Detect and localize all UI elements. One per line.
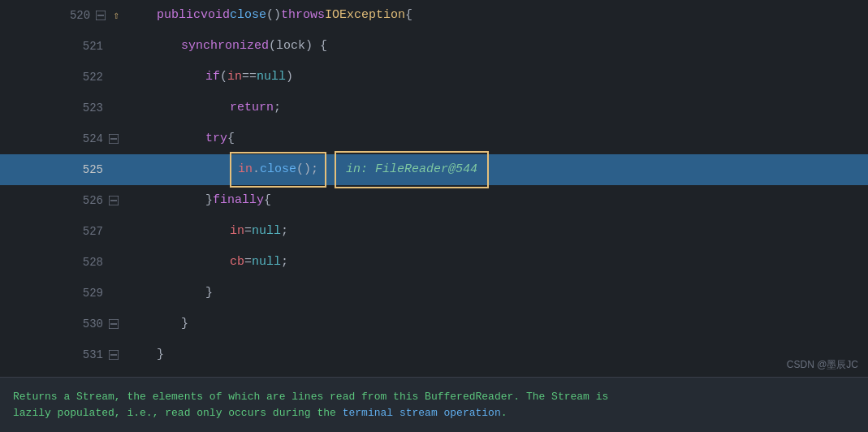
token: cb bbox=[230, 247, 244, 278]
close-call-box: in.close(); bbox=[230, 152, 326, 188]
line-number: 524 bbox=[79, 132, 103, 145]
token: { bbox=[405, 0, 412, 31]
token: null bbox=[257, 62, 286, 93]
token: { bbox=[264, 185, 271, 216]
token: = bbox=[244, 216, 252, 247]
watermark: CSDN @墨辰JC bbox=[787, 358, 858, 372]
fold-marker[interactable] bbox=[108, 164, 119, 175]
fold-marker[interactable] bbox=[108, 133, 119, 145]
token: synchronized bbox=[181, 31, 269, 62]
code-area: 520⇧public void close() throws IOExcepti… bbox=[0, 0, 868, 377]
fold-marker[interactable] bbox=[108, 195, 119, 206]
code-line-521: 521synchronized (lock) { bbox=[0, 31, 868, 62]
code-content: } finally { bbox=[126, 185, 868, 216]
line-number-area-521: 521 bbox=[0, 40, 126, 53]
token: } bbox=[181, 309, 188, 339]
line-number-area-528: 528 bbox=[0, 256, 126, 269]
line-number: 525 bbox=[79, 163, 103, 176]
line-number: 529 bbox=[79, 287, 103, 300]
token: ( bbox=[220, 62, 227, 93]
code-line-520: 520⇧public void close() throws IOExcepti… bbox=[0, 0, 868, 31]
code-content: public void close() throws IOException { bbox=[126, 0, 868, 31]
code-content: } bbox=[126, 339, 868, 370]
code-line-523: 523return; bbox=[0, 93, 868, 123]
token: return bbox=[230, 93, 274, 123]
code-line-527: 527in = null; bbox=[0, 216, 868, 247]
line-number: 530 bbox=[79, 318, 103, 330]
token: (lock) { bbox=[269, 31, 327, 62]
code-line-525: 525in.close();in: FileReader@544 bbox=[0, 154, 868, 185]
line-number: 527 bbox=[79, 225, 103, 238]
code-content: synchronized (lock) { bbox=[126, 31, 868, 62]
fold-marker[interactable] bbox=[108, 318, 119, 330]
line-number: 528 bbox=[79, 256, 103, 269]
token: void bbox=[201, 0, 230, 31]
token: null bbox=[252, 216, 281, 247]
fold-marker[interactable] bbox=[108, 287, 119, 299]
status-text: Returns a Stream, the elements of which … bbox=[13, 389, 855, 421]
line-number-area-526: 526 bbox=[0, 194, 126, 207]
token: } bbox=[205, 185, 213, 216]
line-number: 523 bbox=[79, 102, 103, 114]
fold-marker[interactable] bbox=[108, 349, 119, 361]
status-line1: Returns a Stream, the elements of which … bbox=[13, 391, 608, 403]
line-number-area-531: 531 bbox=[0, 348, 126, 361]
token: ; bbox=[274, 93, 281, 123]
token: try bbox=[205, 123, 227, 154]
fold-marker[interactable] bbox=[108, 41, 119, 52]
token: in bbox=[230, 216, 244, 247]
line-number: 522 bbox=[79, 71, 103, 84]
code-content: return; bbox=[126, 93, 868, 123]
line-number-area-525: 525 bbox=[0, 163, 126, 176]
code-line-532: 532 bbox=[0, 370, 868, 377]
token: { bbox=[227, 123, 235, 154]
code-content: } bbox=[126, 309, 868, 339]
token: == bbox=[242, 62, 257, 93]
token: () bbox=[266, 0, 281, 31]
code-line-531: 531} bbox=[0, 339, 868, 370]
code-content: try { bbox=[126, 123, 868, 154]
code-line-526: 526} finally { bbox=[0, 185, 868, 216]
line-number-area-522: 522 bbox=[0, 71, 126, 84]
token: close bbox=[230, 0, 266, 31]
status-line2-link[interactable]: terminal stream operation bbox=[343, 407, 501, 419]
code-content: cb = null; bbox=[126, 247, 868, 278]
token: public bbox=[157, 0, 201, 31]
fold-marker[interactable] bbox=[108, 257, 119, 268]
fold-marker[interactable] bbox=[108, 102, 119, 114]
line-number: 531 bbox=[79, 348, 103, 361]
up-arrow-icon: ⇧ bbox=[113, 9, 119, 22]
token: null bbox=[252, 247, 281, 278]
status-line2-post: . bbox=[501, 407, 507, 419]
token: ; bbox=[281, 247, 288, 278]
status-bar: Returns a Stream, the elements of which … bbox=[0, 377, 868, 432]
token: finally bbox=[213, 185, 264, 216]
token: if bbox=[205, 62, 220, 93]
code-line-529: 529} bbox=[0, 278, 868, 309]
code-line-528: 528cb = null; bbox=[0, 247, 868, 278]
code-line-530: 530} bbox=[0, 309, 868, 339]
line-number: 521 bbox=[79, 40, 103, 53]
line-number-area-527: 527 bbox=[0, 225, 126, 238]
fold-marker[interactable] bbox=[108, 71, 119, 83]
line-number: 526 bbox=[79, 194, 103, 207]
line-number-area-530: 530 bbox=[0, 318, 126, 330]
code-content: } bbox=[126, 278, 868, 309]
token: ) bbox=[286, 62, 293, 93]
token: = bbox=[244, 247, 252, 278]
token: in bbox=[227, 62, 242, 93]
code-line-522: 522if (in == null) bbox=[0, 62, 868, 93]
code-content: in.close();in: FileReader@544 bbox=[126, 151, 868, 188]
status-line2-pre: lazily populated, i.e., read only occurs… bbox=[13, 407, 343, 419]
token: ; bbox=[281, 216, 288, 247]
fold-marker[interactable] bbox=[95, 10, 106, 21]
token: } bbox=[157, 339, 164, 370]
line-number-area-524: 524 bbox=[0, 132, 126, 145]
code-line-524: 524try { bbox=[0, 123, 868, 154]
line-number-area-529: 529 bbox=[0, 287, 126, 300]
token: IOException bbox=[325, 0, 405, 31]
debug-tooltip: in: FileReader@544 bbox=[335, 151, 489, 188]
fold-marker[interactable] bbox=[108, 226, 119, 237]
line-number: 520 bbox=[66, 9, 90, 22]
code-content: in = null; bbox=[126, 216, 868, 247]
